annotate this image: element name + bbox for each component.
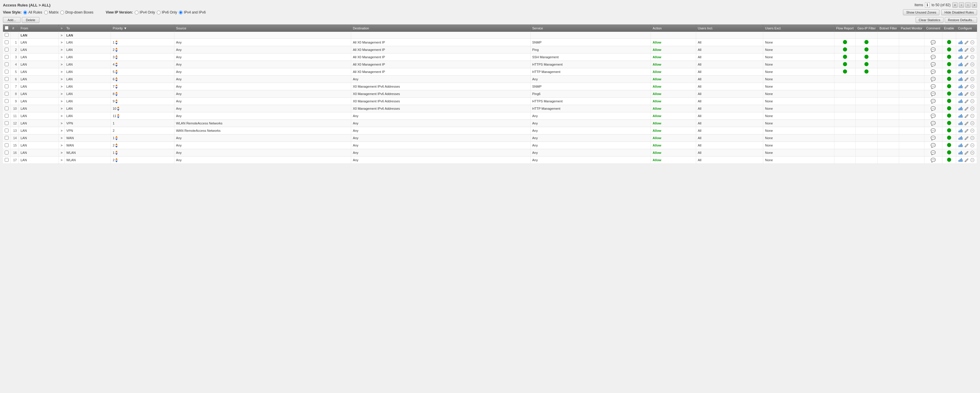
row-checkbox[interactable] [5, 40, 8, 44]
row-configure[interactable] [956, 105, 977, 112]
row-checkbox[interactable] [5, 48, 8, 51]
first-page-button[interactable]: « [952, 2, 958, 8]
delete-circle-icon[interactable] [970, 121, 975, 126]
restore-defaults-button[interactable]: Restore Defaults.. [945, 17, 977, 23]
row-checkbox[interactable] [5, 121, 8, 125]
delete-circle-icon[interactable] [970, 113, 975, 118]
row-checkbox[interactable] [5, 92, 8, 95]
comment-icon[interactable]: 💬 [931, 150, 935, 155]
row-configure[interactable] [956, 54, 977, 61]
report-flow-chart-icon[interactable] [958, 40, 963, 45]
row-configure[interactable] [956, 76, 977, 83]
priority-sort-icon[interactable] [115, 40, 118, 45]
comment-icon[interactable]: 💬 [931, 84, 935, 89]
row-checkbox[interactable] [5, 136, 8, 140]
edit-pencil-icon[interactable] [964, 135, 969, 140]
comment-icon[interactable]: 💬 [931, 121, 935, 126]
header-priority[interactable]: Priority ▼ [111, 24, 174, 32]
delete-circle-icon[interactable] [970, 143, 975, 148]
row-configure[interactable] [956, 46, 977, 54]
edit-pencil-icon[interactable] [964, 62, 969, 67]
priority-sort-icon[interactable] [117, 107, 119, 111]
delete-circle-icon[interactable] [970, 55, 975, 59]
delete-circle-icon[interactable] [970, 135, 975, 140]
comment-icon[interactable]: 💬 [931, 158, 935, 162]
edit-pencil-icon[interactable] [964, 91, 969, 96]
report-flow-chart-icon[interactable] [958, 47, 963, 52]
priority-sort-icon[interactable] [115, 77, 118, 81]
row-configure[interactable] [956, 112, 977, 120]
row-checkbox[interactable] [5, 84, 8, 88]
delete-circle-icon[interactable] [970, 40, 975, 45]
delete-circle-icon[interactable] [970, 128, 975, 133]
edit-pencil-icon[interactable] [964, 77, 969, 81]
last-page-button[interactable]: » [972, 2, 977, 8]
delete-circle-icon[interactable] [970, 77, 975, 81]
report-flow-chart-icon[interactable] [958, 99, 963, 103]
show-unused-zones-button[interactable]: Show Unused Zones [903, 10, 939, 15]
comment-icon[interactable]: 💬 [931, 143, 935, 148]
edit-pencil-icon[interactable] [964, 55, 969, 59]
comment-icon[interactable]: 💬 [931, 47, 935, 52]
hide-disabled-rules-button[interactable]: Hide Disabled Rules [941, 10, 977, 15]
priority-sort-icon[interactable] [115, 143, 118, 148]
priority-sort-icon[interactable] [117, 114, 119, 118]
comment-icon[interactable]: 💬 [931, 69, 935, 74]
report-flow-chart-icon[interactable] [958, 62, 963, 67]
select-all-checkbox[interactable] [5, 26, 8, 30]
report-flow-chart-icon[interactable] [958, 113, 963, 118]
next-page-button[interactable]: › [965, 2, 970, 8]
row-configure[interactable] [956, 98, 977, 105]
row-checkbox[interactable] [5, 33, 8, 37]
comment-icon[interactable]: 💬 [931, 99, 935, 103]
row-checkbox[interactable] [5, 55, 8, 59]
priority-sort-icon[interactable] [115, 70, 118, 74]
priority-sort-icon[interactable] [115, 99, 118, 103]
row-configure[interactable] [956, 127, 977, 134]
row-configure[interactable] [956, 149, 977, 156]
priority-sort-icon[interactable] [115, 62, 118, 67]
row-checkbox[interactable] [5, 107, 8, 110]
add-button[interactable]: Add... [3, 17, 21, 23]
row-checkbox[interactable] [5, 70, 8, 73]
row-checkbox[interactable] [5, 151, 8, 154]
clear-statistics-button[interactable]: Clear Statistics [916, 17, 943, 23]
edit-pencil-icon[interactable] [964, 40, 969, 45]
report-flow-chart-icon[interactable] [958, 55, 963, 59]
row-configure[interactable] [956, 142, 977, 149]
view-dropdown-option[interactable]: Drop-down Boxes [60, 10, 93, 14]
delete-button[interactable]: Delete [22, 17, 40, 23]
priority-sort-icon[interactable] [115, 84, 118, 89]
report-flow-chart-icon[interactable] [958, 150, 963, 155]
edit-pencil-icon[interactable] [964, 69, 969, 74]
row-checkbox[interactable] [5, 99, 8, 103]
report-flow-chart-icon[interactable] [958, 121, 963, 126]
row-configure[interactable] [956, 68, 977, 76]
edit-pencil-icon[interactable] [964, 150, 969, 155]
edit-pencil-icon[interactable] [964, 143, 969, 148]
prev-page-button[interactable]: ‹ [959, 2, 964, 8]
view-ipv4-ipv6-option[interactable]: IPv4 and IPv6 [179, 10, 206, 14]
edit-pencil-icon[interactable] [964, 99, 969, 103]
row-checkbox[interactable] [5, 158, 8, 162]
row-configure[interactable] [956, 90, 977, 98]
priority-sort-icon[interactable] [115, 92, 118, 96]
edit-pencil-icon[interactable] [964, 84, 969, 89]
edit-pencil-icon[interactable] [964, 113, 969, 118]
delete-circle-icon[interactable] [970, 62, 975, 67]
priority-sort-icon[interactable] [115, 136, 118, 140]
row-checkbox[interactable] [5, 77, 8, 81]
comment-icon[interactable]: 💬 [931, 128, 935, 133]
delete-circle-icon[interactable] [970, 99, 975, 103]
report-flow-chart-icon[interactable] [958, 69, 963, 74]
delete-circle-icon[interactable] [970, 158, 975, 162]
row-configure[interactable] [956, 83, 977, 90]
edit-pencil-icon[interactable] [964, 121, 969, 126]
comment-icon[interactable]: 💬 [931, 91, 935, 96]
report-flow-chart-icon[interactable] [958, 143, 963, 148]
delete-circle-icon[interactable] [970, 84, 975, 89]
delete-circle-icon[interactable] [970, 47, 975, 52]
priority-sort-icon[interactable] [115, 158, 118, 162]
row-configure[interactable] [956, 134, 977, 142]
report-flow-chart-icon[interactable] [958, 158, 963, 162]
